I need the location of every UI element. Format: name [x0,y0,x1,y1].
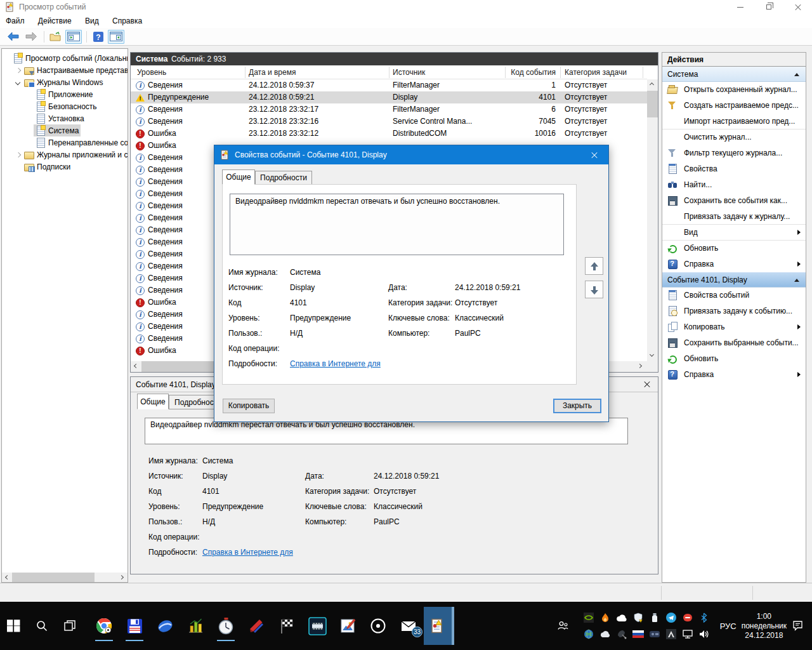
taskbar-mail-icon[interactable]: 33 [393,607,424,645]
scroll-right-arrow[interactable] [636,361,647,372]
scroll-thumb[interactable] [12,573,95,582]
next-event-button[interactable] [585,281,603,298]
event-message[interactable]: Видеодрайвер nvlddmkm перестал отвечать … [230,194,564,255]
action-item[interactable]: Справка [662,256,806,272]
taskbar-floppy-app-icon[interactable] [119,607,150,645]
column-task-category[interactable]: Категория задачи [565,65,627,79]
action-item[interactable]: Справка [662,367,806,383]
action-item[interactable]: Открыть сохраненный журнал... [662,82,806,98]
usb-device-icon[interactable] [651,613,658,623]
close-button[interactable] [783,0,812,15]
tree-item[interactable]: Просмотр событий (Локальнь [2,52,128,64]
scroll-left-arrow[interactable] [2,573,11,582]
people-icon[interactable] [556,620,569,632]
menu-view[interactable]: Вид [79,15,105,28]
expander-icon[interactable] [26,103,34,110]
game-controller-icon[interactable] [649,630,660,639]
language-indicator[interactable]: РУС [720,621,737,631]
globe-icon[interactable] [584,629,594,639]
column-level[interactable]: Уровень [137,65,166,79]
expander-icon[interactable] [15,67,22,74]
action-item[interactable]: Сохранить все события как... [662,193,806,209]
action-item[interactable]: Найти... [662,177,806,193]
tree-horizontal-scrollbar[interactable] [2,573,128,582]
action-item[interactable]: Вид [662,225,806,241]
action-item[interactable]: Обновить [662,241,806,256]
cloud-icon[interactable] [616,614,627,622]
nvidia-icon[interactable] [584,613,594,623]
section-header-event[interactable]: Событие 4101, Display [662,272,806,288]
tree-item[interactable]: Установка [2,112,128,124]
menu-file[interactable]: Файл [0,15,30,28]
online-help-link[interactable]: Справка в Интернете для [290,356,381,371]
taskbar-swirl-app-icon[interactable] [150,607,180,645]
action-item[interactable]: Привязать задачу к журналу... [662,209,806,225]
tree-item[interactable]: Перенаправленные соб [2,136,128,149]
close-dialog-button[interactable]: Закрыть [553,399,601,413]
scroll-right-arrow[interactable] [118,573,128,582]
taskbar-checkered-flag-icon[interactable] [272,607,302,645]
russian-flag-icon[interactable] [632,630,644,638]
action-item[interactable]: Свойства [662,161,806,177]
copy-button[interactable]: Копировать [223,399,275,413]
close-preview-icon[interactable] [643,380,652,389]
start-button[interactable] [0,607,28,645]
dialog-title-bar[interactable]: Свойства событий - Событие 4101, Display [214,145,608,164]
tree-item[interactable]: Подписки [2,161,128,173]
event-row[interactable]: Сведения 23.12.2018 23:32:16 Service Con… [131,116,647,128]
expander-icon[interactable] [26,91,34,98]
telegram-icon[interactable] [666,613,676,623]
previous-event-button[interactable] [585,257,603,275]
forward-icon[interactable] [23,30,39,44]
taskbar-ribbon-app-icon[interactable] [241,607,272,645]
event-row[interactable]: Сведения 23.12.2018 23:32:17 FilterManag… [131,103,647,116]
action-item[interactable]: Копировать [662,319,806,335]
defender-warning-icon[interactable] [633,613,643,623]
onedrive-icon[interactable] [599,630,611,638]
back-icon[interactable] [5,30,22,44]
tree-item[interactable]: Безопасность [2,100,128,112]
event-row[interactable]: Ошибка 23.12.2018 23:32:12 DistributedCO… [131,128,647,140]
tab-general[interactable]: Общие [137,394,169,409]
action-item[interactable]: Фильтр текущего журнала... [662,145,806,161]
show-action-pane-icon[interactable] [108,30,124,44]
minimize-button[interactable] [726,0,755,15]
menu-help[interactable]: Справка [107,15,148,28]
taskbar-timer-app-icon[interactable] [211,607,241,645]
taskbar-photo-viewer-icon[interactable] [332,607,363,645]
section-header-system[interactable]: Система [662,67,806,82]
expander-icon[interactable] [26,127,34,135]
volume-icon[interactable] [698,629,710,639]
open-saved-log-icon[interactable] [48,30,64,44]
show-console-tree-icon[interactable] [65,30,82,44]
action-item[interactable]: Сохранить выбранные событи... [662,335,806,351]
list-vertical-scrollbar[interactable] [647,79,658,361]
action-item[interactable]: Привязать задачу к событию... [662,303,806,319]
a-logo-icon[interactable] [666,629,676,639]
expander-icon[interactable] [15,151,22,159]
scroll-down-arrow[interactable] [647,350,658,361]
taskbar-film-app-icon[interactable] [302,607,332,645]
network-icon[interactable] [682,629,693,639]
tree-item[interactable]: Журналы Windows [2,76,128,88]
flame-icon[interactable] [601,613,610,623]
expander-icon[interactable] [3,55,11,62]
expander-icon[interactable] [15,163,22,171]
action-item[interactable]: Свойства событий [662,288,806,303]
expander-icon[interactable] [26,139,34,147]
action-item[interactable]: Очистить журнал... [662,129,806,145]
tree-item[interactable]: Настраиваемые представле [2,64,128,76]
restore-button[interactable] [755,0,783,15]
expander-icon[interactable] [26,115,34,123]
column-datetime[interactable]: Дата и время [249,65,296,79]
bluetooth-icon[interactable] [700,613,707,623]
column-event-code[interactable]: Код события [486,65,556,79]
scroll-up-arrow[interactable] [647,79,658,90]
tab-details[interactable]: Подробности [255,171,312,185]
action-item[interactable]: Импорт настраиваемого пред... [662,114,806,129]
scroll-thumb[interactable] [647,91,658,117]
red-app-icon[interactable] [683,613,693,623]
help-icon[interactable]: ? [90,30,107,44]
tree-item[interactable]: Журналы приложений и сл [2,149,128,161]
event-row[interactable]: Предупреждение 24.12.2018 0:59:21 Displa… [131,91,647,103]
